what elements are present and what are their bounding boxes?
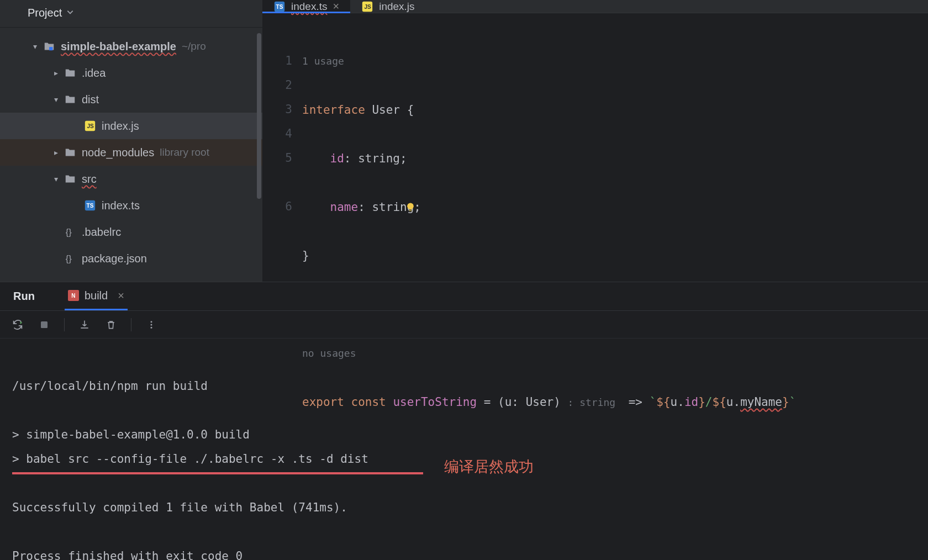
trash-icon[interactable] [104, 318, 118, 331]
chevron-right-icon: ▸ [49, 68, 63, 77]
project-header[interactable]: Project [0, 0, 262, 28]
tree-label: node_modules [82, 146, 154, 159]
tree-label: .babelrc [82, 226, 121, 239]
editor-area: TS index.ts × JS index.js 1 2 3 4 5 [262, 0, 928, 282]
folder-icon [63, 146, 77, 159]
json-file-icon: {} [63, 226, 77, 238]
tree-label: .idea [82, 67, 106, 80]
svg-point-15 [151, 324, 152, 325]
run-config-label: build [85, 289, 108, 302]
chevron-down-icon: ▾ [28, 42, 42, 51]
folder-icon [63, 173, 77, 185]
folder-icon [63, 93, 77, 105]
js-file-icon: JS [83, 120, 97, 132]
tab-indexjs[interactable]: JS index.js [350, 0, 425, 13]
tree-label: index.js [102, 120, 139, 133]
svg-text:{}: {} [66, 227, 72, 237]
tree-label: index.ts [102, 199, 140, 212]
tab-indexts[interactable]: TS index.ts × [262, 0, 350, 13]
tree-label: dist [82, 93, 99, 106]
close-icon[interactable]: × [118, 289, 124, 302]
console-line: > babel src --config-file ./.babelrc -x … [12, 452, 368, 466]
svg-rect-0 [49, 47, 52, 50]
separator [131, 318, 131, 331]
chevron-right-icon: ▸ [49, 148, 63, 157]
console-line: /usr/local/bin/npm run build [12, 379, 208, 393]
tree-project-root[interactable]: ▾ simple-babel-example ~/pro [0, 33, 262, 60]
tree-folder-idea[interactable]: ▸ .idea [0, 60, 262, 86]
stop-icon[interactable] [38, 318, 51, 331]
tab-label: index.ts [291, 1, 327, 13]
more-icon[interactable] [145, 318, 158, 331]
chevron-down-icon: ▾ [49, 95, 63, 104]
tree-folder-nodemodules[interactable]: ▸ node_modules library root [0, 139, 262, 166]
rerun-icon[interactable] [11, 318, 24, 331]
svg-text:{}: {} [66, 253, 72, 263]
tree-file-packagejson[interactable]: {} package.json [0, 245, 262, 272]
svg-rect-13 [41, 321, 48, 328]
project-path: ~/pro [182, 40, 206, 52]
tree-file-babelrc[interactable]: {} .babelrc [0, 219, 262, 245]
svg-text:TS: TS [87, 203, 94, 209]
annotation-text: 编译居然成功 [444, 455, 534, 479]
usage-hint: 1 usage [302, 55, 344, 67]
tree-folder-dist[interactable]: ▾ dist [0, 86, 262, 113]
json-file-icon: {} [63, 252, 77, 265]
console-line: Process finished with exit code 0 [12, 550, 242, 560]
npm-icon: N [68, 290, 79, 301]
js-file-icon: JS [361, 1, 373, 13]
tree-file-indexjs[interactable]: JS index.js [0, 113, 262, 139]
console-line: > simple-babel-example@1.0.0 build [12, 428, 250, 441]
svg-text:TS: TS [276, 3, 283, 9]
tree-file-indexts[interactable]: TS index.ts [0, 192, 262, 219]
separator [64, 318, 65, 331]
tree-label: package.json [82, 252, 147, 265]
tree-hint: library root [160, 146, 209, 159]
close-icon[interactable]: × [333, 0, 339, 13]
lightbulb-icon[interactable] [321, 172, 416, 245]
project-sidebar: Project ▾ simple-babel-example ~/pro ▸ [0, 0, 262, 282]
run-config-tab[interactable]: N build × [65, 282, 128, 310]
svg-text:JS: JS [365, 3, 372, 9]
tree-label: src [82, 173, 97, 186]
svg-point-16 [151, 326, 152, 328]
svg-point-11 [407, 203, 414, 210]
run-panel-title: Run [13, 290, 35, 303]
editor-tabs: TS index.ts × JS index.js [262, 0, 928, 13]
project-name: simple-babel-example [61, 40, 176, 53]
chevron-down-icon [66, 8, 74, 19]
svg-rect-12 [409, 209, 412, 211]
console-success-line: Successfully compiled 1 file with Babel … [12, 501, 347, 514]
project-tree: ▾ simple-babel-example ~/pro ▸ .idea ▾ [0, 28, 262, 272]
project-title: Project [28, 7, 62, 19]
console-output[interactable]: /usr/local/bin/npm run build > simple-ba… [0, 339, 928, 560]
tab-label: index.js [379, 1, 414, 13]
sidebar-scrollbar[interactable] [257, 33, 261, 199]
svg-text:JS: JS [87, 123, 94, 129]
tree-folder-src[interactable]: ▾ src [0, 166, 262, 192]
svg-point-14 [151, 321, 152, 323]
annotation-underline [12, 472, 423, 474]
project-folder-icon [42, 40, 56, 52]
chevron-down-icon: ▾ [49, 175, 63, 183]
folder-icon [63, 67, 77, 79]
ts-file-icon: TS [83, 199, 97, 212]
export-icon[interactable] [78, 318, 91, 331]
ts-file-icon: TS [273, 1, 286, 13]
